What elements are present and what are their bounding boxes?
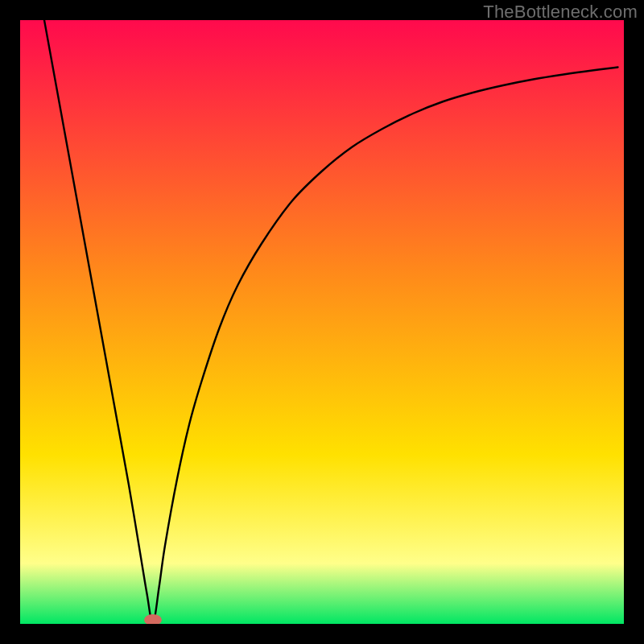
gradient-background [20,20,624,624]
bottleneck-chart [20,20,624,624]
watermark-text: TheBottleneck.com [483,2,638,23]
chart-frame: TheBottleneck.com [0,0,644,644]
